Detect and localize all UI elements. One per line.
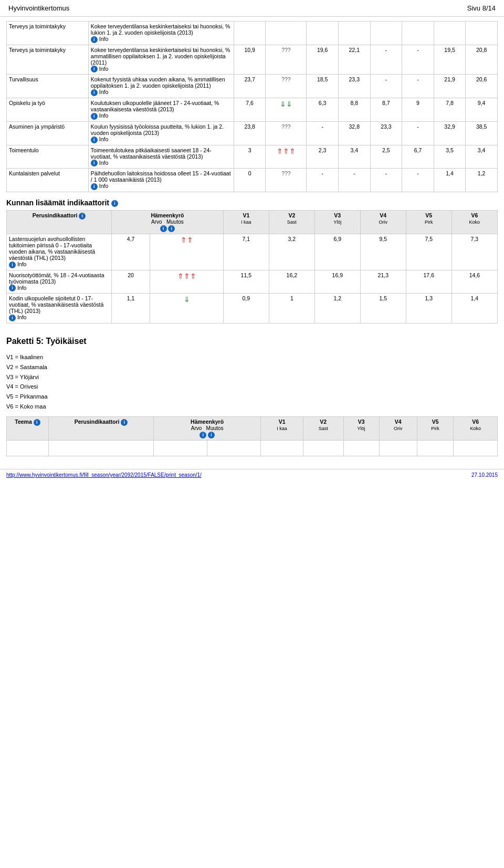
- muutos-cell: ???: [266, 45, 307, 75]
- arrow-up-triple-icon: ⇑⇑⇑: [277, 147, 296, 155]
- info-icon[interactable]: i: [91, 89, 98, 96]
- indikaattori-cell: Nuorisotyöttömät, % 18 - 24-vuotiaasta t…: [7, 270, 112, 294]
- v2-cell: 32,8: [338, 121, 370, 145]
- v6-cell: 1,2: [466, 169, 498, 192]
- table-header-row: Teema i Perusindikaattori i Hämeenkyrö A…: [7, 417, 498, 441]
- v4-cell: 1,5: [360, 294, 406, 323]
- v1-header2: V1I kaa: [261, 417, 303, 441]
- paketti-title: Paketti 5: Työikäiset: [6, 334, 498, 348]
- info-icon[interactable]: i: [121, 419, 128, 426]
- legend-v2: V2 = Sastamala: [6, 362, 498, 372]
- empty-cell: [154, 441, 207, 456]
- v6-cell: [466, 22, 498, 45]
- v3-header2: V3Ylöj: [343, 417, 379, 441]
- info-icon[interactable]: i: [160, 225, 167, 232]
- v3-cell: 8,7: [370, 98, 402, 122]
- info-icon[interactable]: i: [111, 200, 118, 207]
- v2-cell: 23,3: [338, 75, 370, 98]
- v6-cell: 20,8: [466, 45, 498, 75]
- muutos-cell: [266, 22, 307, 45]
- footer-date: 27.10.2015: [471, 472, 498, 478]
- table-row: Terveys ja toimintakyky Kokee terveydent…: [7, 45, 498, 75]
- v6-cell: 7,3: [452, 234, 497, 270]
- muutos-cell: ⇑⇑⇑: [150, 270, 224, 294]
- info-icon[interactable]: i: [9, 262, 16, 268]
- info-icon[interactable]: i: [91, 160, 98, 166]
- paketti-section: Paketti 5: Työikäiset V1 = Ikaalinen V2 …: [6, 334, 498, 411]
- indikaattori-cell: Kokee terveydentilansa keskinkertaiseksi…: [88, 22, 234, 45]
- info-icon[interactable]: i: [79, 213, 86, 219]
- table-row: Kuntalaisten palvelut Päihdehuollon lait…: [7, 169, 498, 192]
- table-row: Nuorisotyöttömät, % 18 - 24-vuotiaasta t…: [7, 270, 498, 294]
- empty-cell: [261, 441, 303, 456]
- v4-cell: [402, 22, 434, 45]
- info-icon[interactable]: i: [91, 66, 98, 72]
- tema-cell: Terveys ja toimintakyky: [7, 22, 89, 45]
- v2-cell: 16,2: [269, 270, 314, 294]
- v4-cell: -: [402, 75, 434, 98]
- v3-cell: 6,9: [314, 234, 360, 270]
- info-icon[interactable]: i: [208, 432, 215, 438]
- arvo-cell: 20: [112, 270, 150, 294]
- v5-cell: 1,3: [406, 294, 452, 323]
- question-marks: ???: [281, 47, 291, 53]
- tema-cell: Terveys ja toimintakyky: [7, 45, 89, 75]
- arrow-down-double-icon: ⇓⇓: [280, 100, 292, 108]
- question-marks: ???: [281, 123, 291, 130]
- indikaattori-cell: Kokenut fyysistä uhkaa vuoden aikana, % …: [88, 75, 234, 98]
- info-icon[interactable]: i: [91, 137, 98, 143]
- v5-cell: 17,6: [406, 270, 452, 294]
- legend-v1: V1 = Ikaalinen: [6, 352, 498, 362]
- info-icon[interactable]: i: [168, 225, 175, 232]
- v4-cell: -: [402, 45, 434, 75]
- v1-cell: 0,9: [223, 294, 269, 323]
- table-row: Kodin ulkopuolelle sijoitetut 0 - 17-vuo…: [7, 294, 498, 323]
- legend-block: V1 = Ikaalinen V2 = Sastamala V3 = Ylöjä…: [6, 352, 498, 411]
- arvo-cell: 7,6: [234, 98, 266, 122]
- muutos-cell: ⇑⇑: [150, 234, 224, 270]
- table-row: Turvallisuus Kokenut fyysistä uhkaa vuod…: [7, 75, 498, 98]
- v4-cell: -: [402, 169, 434, 192]
- muutos-cell: ???: [266, 121, 307, 145]
- v1-cell: 7,1: [223, 234, 269, 270]
- table-row: Toimeentulo Toimeentulotukea pitkäaikais…: [7, 145, 498, 169]
- v6-cell: 9,4: [466, 98, 498, 122]
- muutos-cell: ???: [266, 169, 307, 192]
- muutos-cell: ⇑⇑⇑: [266, 145, 307, 169]
- empty-cell: [49, 441, 154, 456]
- muutos-cell: ⇓: [150, 294, 224, 323]
- table-row: Terveys ja toimintakyky Kokee terveydent…: [7, 22, 498, 45]
- v5-cell: 21,9: [434, 75, 466, 98]
- perusindikaattori-header2: Perusindikaattori i: [49, 417, 154, 441]
- tema-cell: Asuminen ja ympäristö: [7, 121, 89, 145]
- arrow-up-double-icon: ⇑⇑: [181, 236, 193, 244]
- indikaattori-cell: Koulutuksen ulkopuolelle jääneet 17 - 24…: [88, 98, 234, 122]
- v1-cell: 11,5: [223, 270, 269, 294]
- indikaattori-cell: Lastensuojelun avohuollollisten tukitoim…: [7, 234, 112, 270]
- v2-cell: 3,4: [338, 145, 370, 169]
- info-icon[interactable]: i: [91, 183, 98, 190]
- info-icon[interactable]: i: [9, 315, 16, 321]
- v3-cell: -: [370, 75, 402, 98]
- arvo-cell: 1,1: [112, 294, 150, 323]
- footer: http://www.hyvinvointikertomus.fi/fill_s…: [0, 469, 504, 480]
- footer-url[interactable]: http://www.hyvinvointikertomus.fi/fill_s…: [6, 472, 202, 478]
- empty-cell: [207, 441, 261, 456]
- empty-cell: [454, 441, 498, 456]
- indikaattori-cell: Toimeentulotukea pitkäaikaisesti saaneet…: [88, 145, 234, 169]
- v5-cell: 7,8: [434, 98, 466, 122]
- arrow-up-triple-icon: ⇑⇑⇑: [177, 272, 196, 280]
- v6-cell: 38,5: [466, 121, 498, 145]
- table-row: Opiskelu ja työ Koulutuksen ulkopuolelle…: [7, 98, 498, 122]
- info-icon[interactable]: i: [9, 285, 16, 291]
- info-icon[interactable]: i: [200, 432, 206, 438]
- v4-cell: 6,7: [402, 145, 434, 169]
- empty-cell: [303, 441, 343, 456]
- arvo-cell: 4,7: [112, 234, 150, 270]
- v1-cell: 2,3: [307, 145, 339, 169]
- info-icon[interactable]: i: [91, 36, 98, 43]
- info-icon[interactable]: i: [91, 113, 98, 120]
- info-icon[interactable]: i: [34, 419, 40, 426]
- v3-cell: [370, 22, 402, 45]
- table-row: Asuminen ja ympäristö Koulun fyysisissä …: [7, 121, 498, 145]
